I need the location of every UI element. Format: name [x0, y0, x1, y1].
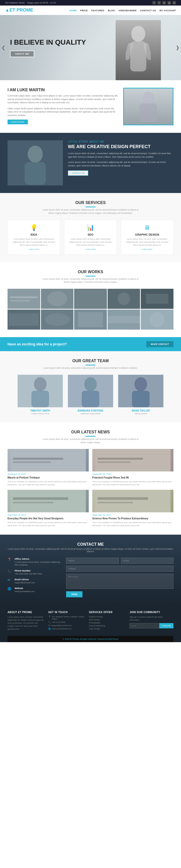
googleplus-icon[interactable]: g	[167, 1, 171, 4]
svg-point-4	[143, 92, 154, 104]
facebook-icon[interactable]: f	[152, 1, 156, 4]
team-svg-2	[68, 375, 113, 407]
form-message-textarea[interactable]	[66, 574, 174, 589]
footer-subscribe-input[interactable]	[129, 623, 159, 628]
navbar: ▲ET PROME HOME PRICE FEATURES BLOG VIDEO…	[0, 5, 181, 15]
svg-rect-10	[10, 296, 38, 298]
work-item-4[interactable]	[108, 289, 140, 309]
service-desc-seo: Lorem ipsum dolor sit amet, pilim consec…	[68, 238, 112, 247]
copyright-link[interactable]: EliteTheme	[108, 638, 118, 640]
hero-next-button[interactable]: ❯	[176, 45, 180, 51]
news-card-2: September 28, 2015 Praesent Feugiat Risu…	[92, 449, 174, 486]
story-image	[7, 141, 63, 185]
contact-address: 📍 Office Adress 1 Lorem ipsum some name,…	[7, 558, 61, 566]
form-subject-input[interactable]	[66, 566, 174, 572]
footer-service-link-1[interactable]: Graphic Design	[89, 616, 126, 618]
nav-price[interactable]: PRICE	[80, 9, 88, 12]
contact-layout: 📍 Office Adress 1 Lorem ipsum some name,…	[7, 558, 174, 597]
svg-rect-48	[95, 490, 171, 512]
news-title-3[interactable]: Everyday People Are Not Very Good Design…	[7, 517, 89, 520]
svg-rect-42	[95, 449, 171, 471]
footer-email: ✉ support@yourmail.com	[48, 624, 85, 627]
footer-service-link-2[interactable]: Web Design	[89, 619, 126, 621]
work-image-7	[41, 310, 74, 330]
work-item-10[interactable]	[141, 310, 174, 330]
form-submit-button[interactable]: SEND	[66, 591, 82, 597]
work-item-6[interactable]	[7, 310, 40, 330]
news-image-3[interactable]	[7, 490, 89, 512]
service-link-idea[interactable]: Learn more	[12, 248, 56, 250]
team-photo-3	[118, 375, 163, 407]
work-item-3[interactable]	[74, 289, 107, 309]
social-links[interactable]: f t in g b	[152, 1, 176, 4]
work-item-7[interactable]	[41, 310, 74, 330]
svg-point-13	[47, 291, 68, 306]
hero-about-button[interactable]: ABOUT ME	[10, 51, 34, 57]
logo-e: E	[30, 7, 33, 12]
nav-blog[interactable]: BLOG	[108, 9, 115, 12]
svg-rect-46	[13, 497, 68, 500]
service-link-graphic[interactable]: Learn more	[125, 248, 169, 250]
news-title-4[interactable]: Science Now Proves To Produce Extraordin…	[92, 517, 174, 520]
news-image-1[interactable]	[7, 449, 89, 471]
about-learn-more-button[interactable]: LEARN MORE	[7, 120, 28, 124]
nav-account[interactable]: MY ACCOUNT	[160, 9, 176, 12]
form-name-input[interactable]	[66, 558, 119, 564]
svg-rect-44	[98, 461, 130, 463]
idea-icon: 💡	[12, 224, 56, 231]
team-svg-3	[118, 375, 163, 407]
work-item-1[interactable]	[7, 289, 40, 309]
footer-service-link-5[interactable]: Logo Design	[89, 628, 126, 630]
contact-address-text: Office Adress 1 Lorem ipsum some name, c…	[15, 558, 61, 566]
news-title-2[interactable]: Praesent Feugiat Risus Sed Mi	[92, 476, 174, 479]
contact-subtitle: Lorem ipsum dolor sit amet, consectetur …	[7, 548, 174, 553]
work-image-4	[108, 289, 140, 309]
address-icon: 📍	[7, 558, 12, 561]
news-image-4[interactable]	[92, 490, 174, 512]
team-member-1: TIMOTHY SMITH CHIEF EXECUTIVE	[18, 375, 63, 415]
svg-rect-32	[31, 391, 49, 407]
logo-highlight: PROM	[17, 7, 30, 12]
contact-email: ✉ Email Adress support@etmmail.com	[7, 578, 61, 584]
work-item-8[interactable]	[74, 310, 107, 330]
logo[interactable]: ▲ET PROME	[5, 7, 33, 13]
graphic-icon: 🖥	[125, 224, 169, 231]
linkedin-icon[interactable]: in	[162, 1, 166, 4]
service-card-idea: 💡 IDEA Lorem ipsum dolor sit amet, pilim…	[7, 220, 60, 255]
service-link-seo[interactable]: Learn more	[68, 248, 112, 250]
news-divider	[85, 436, 96, 437]
cta-button[interactable]: Make contact	[146, 341, 174, 347]
nav-home[interactable]: HOME	[69, 9, 77, 12]
footer-subscribe-button[interactable]: Subscribe	[159, 623, 174, 628]
news-image-2[interactable]	[92, 449, 174, 471]
work-image-9	[108, 310, 140, 330]
story-contact-button[interactable]: CONTACT US	[68, 170, 88, 176]
about-desc-2: Ullam corper facilis ipsum adipiscin. Nu…	[7, 107, 118, 117]
team-role-2: GRAPHIC DESIGNER	[68, 412, 113, 415]
service-card-graphic: 🖥 GRAPHIC DESIGN Lorem ipsum dolor sit a…	[121, 220, 174, 255]
hero-prev-button[interactable]: ❮	[1, 45, 5, 51]
nav-video[interactable]: VIDEOBANNER	[119, 9, 136, 12]
services-divider	[85, 207, 96, 207]
work-item-5[interactable]	[141, 289, 174, 309]
svg-rect-5	[139, 103, 157, 122]
twitter-icon[interactable]: t	[157, 1, 161, 4]
work-item-9[interactable]	[108, 310, 140, 330]
footer-service-link-3[interactable]: Photography	[89, 622, 126, 624]
footer-services-title: SERVICES OFFER	[89, 611, 126, 614]
nav-contact[interactable]: CONTACT US	[140, 9, 156, 12]
services-title: OUR SERVICES	[7, 200, 174, 205]
news-date-1: September 28, 2015	[7, 473, 89, 475]
news-title-1[interactable]: Mauris at Pretium Tristique	[7, 476, 89, 479]
work-image-3	[74, 289, 107, 309]
work-item-2[interactable]	[41, 289, 74, 309]
footer: ABOUT ET PROME Lorem ipsum dolor sit ame…	[0, 605, 181, 642]
footer-service-link-4[interactable]: Internet Marketing	[89, 625, 126, 627]
works-title: OUR WORKS	[7, 270, 174, 274]
form-email-input[interactable]	[121, 558, 174, 564]
team-role-1: CHIEF EXECUTIVE	[18, 412, 63, 415]
contact-phone-text: Phone Number +84 1234 6789 +84 0987 6543	[15, 569, 42, 575]
behance-icon[interactable]: b	[173, 1, 176, 4]
team-title: OUR GREAT TEAM	[7, 359, 174, 363]
nav-features[interactable]: FEATURES	[91, 9, 104, 12]
